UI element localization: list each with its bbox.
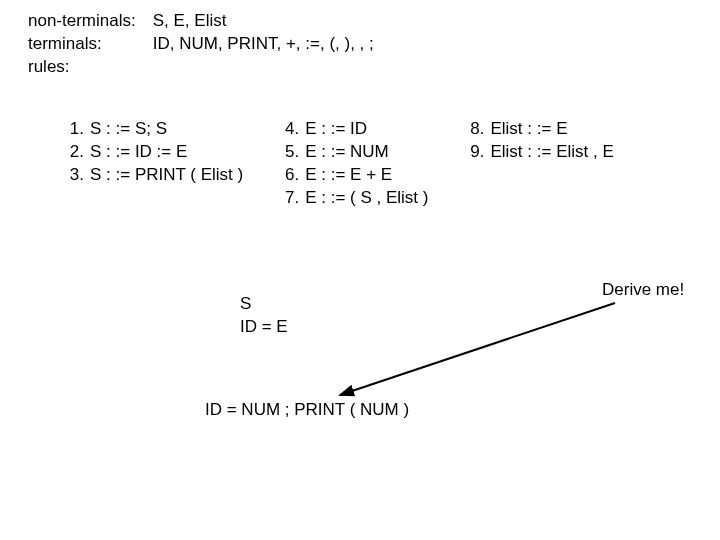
svg-line-0	[340, 303, 615, 395]
final-string: ID = NUM ; PRINT ( NUM )	[205, 400, 409, 420]
rules-col-2: 4.E : := ID 5.E : := NUM 6.E : := E + E …	[275, 118, 428, 210]
rules-col-1: 1.S : := S; S 2.S : := ID := E 3.S : := …	[60, 118, 243, 187]
rule-item: 3.S : := PRINT ( Elist )	[60, 164, 243, 187]
rule-item: 9.Elist : := Elist , E	[460, 141, 613, 164]
nonterminals-row: non-terminals: S, E, Elist	[28, 10, 374, 33]
rule-item: 6.E : := E + E	[275, 164, 428, 187]
derivation-block: S ID = E	[240, 293, 288, 339]
nonterminals-value: S, E, Elist	[153, 11, 227, 30]
rules-columns: 1.S : := S; S 2.S : := ID := E 3.S : := …	[60, 118, 614, 210]
terminals-value: ID, NUM, PRINT, +, :=, (, ), , ;	[153, 34, 374, 53]
rules-label: rules:	[28, 56, 148, 79]
derivation-line-1: S	[240, 293, 288, 316]
terminals-label: terminals:	[28, 33, 148, 56]
rules-col-3: 8.Elist : := E 9.Elist : := Elist , E	[460, 118, 613, 164]
nonterminals-label: non-terminals:	[28, 10, 148, 33]
rule-item: 7.E : := ( S , Elist )	[275, 187, 428, 210]
rule-item: 4.E : := ID	[275, 118, 428, 141]
arrow-icon	[310, 295, 690, 405]
rule-item: 2.S : := ID := E	[60, 141, 243, 164]
rules-row: rules:	[28, 56, 374, 79]
rule-item: 1.S : := S; S	[60, 118, 243, 141]
terminals-row: terminals: ID, NUM, PRINT, +, :=, (, ), …	[28, 33, 374, 56]
derive-me-callout: Derive me!	[602, 280, 684, 300]
rule-item: 5.E : := NUM	[275, 141, 428, 164]
rule-item: 8.Elist : := E	[460, 118, 613, 141]
grammar-definitions: non-terminals: S, E, Elist terminals: ID…	[28, 10, 374, 79]
derivation-line-2: ID = E	[240, 316, 288, 339]
